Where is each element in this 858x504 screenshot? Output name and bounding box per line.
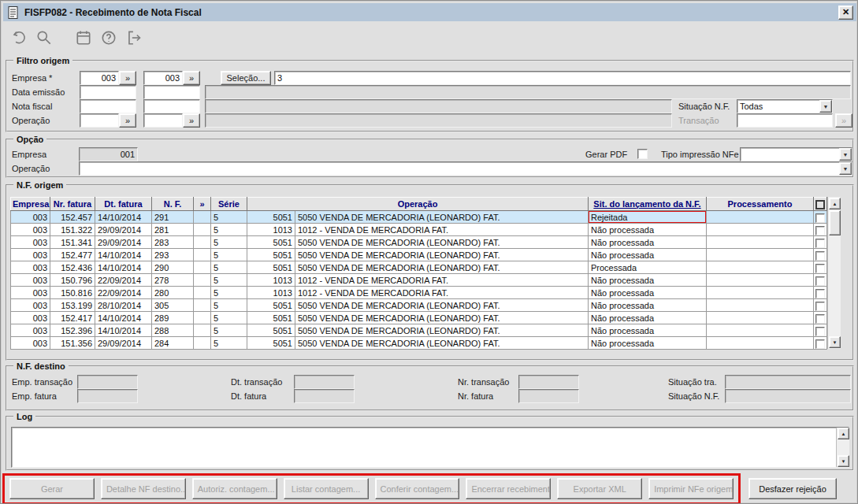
- cell-situacao: Não processada: [589, 299, 707, 312]
- table-row[interactable]: 003152.43614/10/2014290550515050 VENDA D…: [11, 261, 827, 274]
- action-conferir-contagem[interactable]: Conferir contagem...: [375, 478, 460, 499]
- data-emissao-extra-field: [205, 85, 851, 99]
- cell-op-code: 1013: [247, 274, 295, 287]
- action-encerrar-recebimento[interactable]: Encerrar recebimento: [466, 478, 551, 499]
- col-dt-fatura[interactable]: Dt. fatura: [95, 198, 152, 211]
- table-row[interactable]: 003152.39614/10/2014288550515050 VENDA D…: [11, 324, 827, 337]
- cell-dt-fatura: 14/10/2014: [95, 249, 152, 261]
- table-row[interactable]: 003150.81622/09/2014280510131012 - VENDA…: [11, 287, 827, 299]
- table-row[interactable]: 003152.47714/10/2014293550515050 VENDA D…: [11, 249, 827, 261]
- operacao-to-field[interactable]: [143, 113, 183, 128]
- col-nf[interactable]: N. F.: [152, 198, 194, 211]
- cell-nr-fatura: 152.457: [50, 211, 95, 224]
- scroll-down-icon[interactable]: ▼: [838, 455, 849, 467]
- row-checkbox[interactable]: [814, 337, 827, 350]
- col-serie[interactable]: Série: [211, 198, 247, 211]
- cell-nf: 278: [152, 274, 194, 287]
- table-header-row: Empresa Nr. fatura Dt. fatura N. F. » Sé…: [11, 198, 827, 211]
- col-lookup[interactable]: »: [194, 198, 211, 211]
- empresa-to-lookup-button[interactable]: »: [183, 71, 200, 85]
- opcao-operacao-dropdown-button[interactable]: ▼: [839, 162, 852, 175]
- table-row[interactable]: 003152.45714/10/2014291550515050 VENDA D…: [11, 211, 827, 224]
- tipo-impressao-dropdown-button[interactable]: ▼: [839, 148, 852, 161]
- row-checkbox[interactable]: [814, 211, 827, 224]
- empresa-to-field[interactable]: 003: [143, 71, 183, 85]
- action-detalhe-nf-destino[interactable]: Detalhe NF destino...: [101, 478, 186, 499]
- situacao-nf-combo[interactable]: Todas: [737, 99, 833, 113]
- col-select-all[interactable]: [814, 198, 827, 211]
- table-row[interactable]: 003153.19928/10/2014305550515050 VENDA D…: [11, 299, 827, 312]
- cell-op-desc: 5050 VENDA DE MERCADORIA (LEONARDO) FAT.: [295, 211, 589, 224]
- action-gerar[interactable]: Gerar: [9, 478, 95, 499]
- table-vertical-scrollbar[interactable]: ▲ ▼: [827, 197, 841, 349]
- checkbox-icon: [815, 251, 825, 261]
- operacao-from-lookup-button[interactable]: »: [119, 113, 136, 128]
- col-situacao[interactable]: Sit. do lançamento da N.F.: [589, 198, 707, 211]
- log-vertical-scrollbar[interactable]: ▲ ▼: [836, 428, 849, 467]
- operacao-to-lookup-button[interactable]: »: [183, 113, 200, 128]
- row-checkbox[interactable]: [814, 299, 827, 312]
- scroll-up-icon[interactable]: ▲: [829, 198, 841, 209]
- row-checkbox[interactable]: [814, 249, 827, 261]
- col-nr-fatura[interactable]: Nr. fatura: [50, 198, 95, 211]
- tipo-impressao-combo[interactable]: [740, 147, 852, 161]
- scroll-up-icon[interactable]: ▲: [838, 428, 849, 439]
- table-row[interactable]: 003150.79622/09/2014278510131012 - VENDA…: [11, 274, 827, 287]
- cell-op-desc: 5050 VENDA DE MERCADORIA (LEONARDO) FAT.: [295, 299, 589, 312]
- row-checkbox[interactable]: [814, 274, 827, 287]
- close-button[interactable]: ✕: [838, 6, 853, 20]
- row-checkbox[interactable]: [814, 224, 827, 236]
- nota-fiscal-to-field[interactable]: [143, 99, 200, 113]
- table-row[interactable]: 003151.32229/09/2014281510131012 - VENDA…: [11, 224, 827, 236]
- undo-icon[interactable]: [9, 28, 29, 48]
- cell-lookup: [194, 299, 211, 312]
- cell-op-code: 5051: [247, 211, 295, 224]
- checkbox-icon: [815, 339, 825, 349]
- col-operacao[interactable]: Operação: [247, 198, 589, 211]
- action-listar-contagem[interactable]: Listar contagem...: [284, 478, 369, 499]
- cell-serie: 5: [211, 312, 247, 324]
- empresa-from-field[interactable]: 003: [80, 71, 119, 85]
- operacao-from-field[interactable]: [80, 113, 119, 128]
- row-checkbox[interactable]: [814, 324, 827, 337]
- action-desfazer-rejeicao[interactable]: Desfazer rejeição: [748, 478, 837, 499]
- col-empresa[interactable]: Empresa: [11, 198, 50, 211]
- nota-fiscal-from-field[interactable]: [80, 99, 136, 113]
- empresa-from-lookup-button[interactable]: »: [119, 71, 136, 85]
- log-textarea[interactable]: [11, 427, 849, 468]
- selecao-button[interactable]: Seleção...: [221, 71, 271, 85]
- opcao-operacao-combo[interactable]: [79, 161, 852, 176]
- gerar-pdf-checkbox[interactable]: [637, 149, 648, 159]
- nota-fiscal-extra-field: [205, 99, 672, 113]
- selecao-value-field[interactable]: 3: [274, 71, 851, 85]
- row-checkbox[interactable]: [814, 261, 827, 274]
- cell-empresa: 003: [11, 324, 50, 337]
- calendar-icon[interactable]: [73, 28, 94, 48]
- dt-fatura-field: [294, 389, 355, 403]
- action-exportar-xml[interactable]: Exportar XML: [557, 478, 642, 499]
- cell-nr-fatura: 150.816: [50, 287, 95, 299]
- cell-op-desc: 5050 VENDA DE MERCADORIA (LEONARDO) FAT.: [295, 312, 589, 324]
- situacao-nf-dropdown-button[interactable]: ▼: [819, 100, 832, 113]
- help-icon[interactable]: [98, 28, 119, 48]
- scrollbar-thumb[interactable]: [829, 210, 841, 235]
- action-imprimir-nfe-origem[interactable]: Imprimir NFe origem: [648, 478, 734, 499]
- table-row[interactable]: 003151.35629/09/2014284550515050 VENDA D…: [11, 337, 827, 350]
- exit-icon[interactable]: [124, 28, 144, 48]
- search-icon[interactable]: [34, 28, 54, 48]
- transacao-field[interactable]: [737, 113, 833, 128]
- table-row[interactable]: 003151.34129/09/2014283550515050 VENDA D…: [11, 236, 827, 249]
- cell-situacao: Não processada: [589, 249, 707, 261]
- row-checkbox[interactable]: [814, 287, 827, 299]
- data-emissao-from-field[interactable]: [80, 85, 136, 99]
- emp-transacao-field: [77, 375, 138, 389]
- action-autoriz-contagem[interactable]: Autoriz. contagem...: [192, 478, 277, 499]
- row-checkbox[interactable]: [814, 312, 827, 324]
- cell-dt-fatura: 14/10/2014: [95, 261, 152, 274]
- table-row[interactable]: 003152.41714/10/2014289550515050 VENDA D…: [11, 312, 827, 324]
- cell-op-code: 1013: [247, 287, 295, 299]
- row-checkbox[interactable]: [814, 236, 827, 249]
- scroll-down-icon[interactable]: ▼: [829, 336, 841, 348]
- col-processamento[interactable]: Processamento: [707, 198, 814, 211]
- data-emissao-to-field[interactable]: [143, 85, 200, 99]
